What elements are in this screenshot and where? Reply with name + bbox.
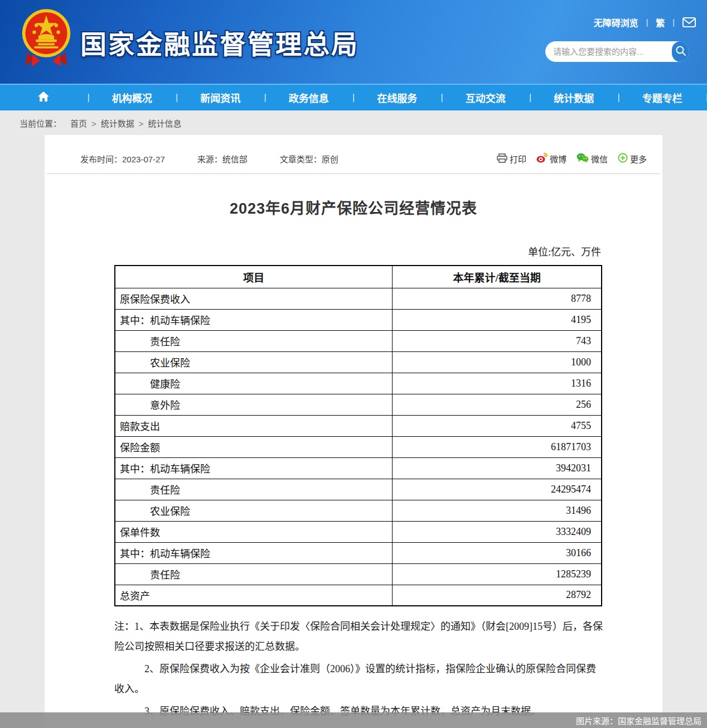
nav-item[interactable]: 新闻资讯 xyxy=(200,93,240,104)
value-cell: 1000 xyxy=(393,351,602,373)
image-source-watermark: 图片来源：国家金融监督管理总局 xyxy=(0,712,707,728)
item-cell: 其中：机动车辆保险 xyxy=(115,542,393,563)
value-cell: 8778 xyxy=(393,288,602,309)
item-cell: 意外险 xyxy=(115,394,393,415)
value-cell: 1285239 xyxy=(393,563,602,585)
breadcrumb-link[interactable]: 统计信息 xyxy=(148,119,182,128)
more-label: 更多 xyxy=(630,153,647,165)
value-cell: 1316 xyxy=(393,373,602,394)
breadcrumb-separator: > xyxy=(139,119,144,128)
item-cell: 原保险保费收入 xyxy=(115,288,393,309)
value-cell: 30166 xyxy=(393,542,602,563)
item-cell: 其中：机动车辆保险 xyxy=(115,457,393,479)
table-header-row: 项目 本年累计/截至当期 xyxy=(115,266,602,288)
breadcrumb-separator: > xyxy=(91,119,96,128)
weibo-share-button[interactable]: 微博 xyxy=(536,153,566,165)
table-row: 健康险1316 xyxy=(115,373,602,394)
note-paragraph: 2、原保险保费收入为按《企业会计准则（2006）》设置的统计指标，指保险企业确认… xyxy=(114,659,605,699)
item-cell: 赔款支出 xyxy=(115,415,393,436)
value-cell: 3332409 xyxy=(393,521,602,542)
weibo-icon xyxy=(536,153,548,165)
wechat-icon xyxy=(577,153,589,165)
table-row: 总资产28792 xyxy=(115,585,602,606)
unit-label: 单位:亿元、万件 xyxy=(114,244,602,258)
publish-time: 发布时间：2023-07-27 xyxy=(80,153,165,165)
table-row: 农业保险1000 xyxy=(115,351,602,373)
breadcrumb-links: 首页>统计数据>统计信息 xyxy=(70,117,182,129)
print-button[interactable]: 打印 xyxy=(497,153,526,165)
table-row: 意外险256 xyxy=(115,394,602,415)
value-cell: 3942031 xyxy=(393,457,602,479)
breadcrumb-link[interactable]: 首页 xyxy=(70,119,87,128)
col-header-item: 项目 xyxy=(115,266,393,288)
nav-item[interactable]: 在线服务 xyxy=(377,93,417,104)
weibo-label: 微博 xyxy=(550,153,566,165)
item-cell: 责任险 xyxy=(115,479,393,500)
more-share-button[interactable]: 更多 xyxy=(618,153,647,165)
table-row: 原保险保费收入8778 xyxy=(115,288,602,309)
table-row: 其中：机动车辆保险3942031 xyxy=(115,457,602,479)
table-row: 保单件数3332409 xyxy=(115,521,602,542)
table-row: 赔款支出4755 xyxy=(115,415,602,436)
item-cell: 责任险 xyxy=(115,563,393,585)
print-label: 打印 xyxy=(510,153,526,165)
search-button[interactable] xyxy=(672,41,689,62)
item-cell: 其中：机动车辆保险 xyxy=(115,309,393,330)
mail-icon[interactable] xyxy=(682,17,696,27)
nav-item[interactable]: 互动交流 xyxy=(466,93,506,104)
value-cell: 4755 xyxy=(393,415,602,436)
national-emblem-logo xyxy=(20,7,72,69)
breadcrumb-prefix: 当前位置： xyxy=(20,117,61,129)
nav-item[interactable]: 机构概况 xyxy=(112,93,152,104)
publish-date: 2023-07-27 xyxy=(122,155,165,164)
publish-label: 发布时间： xyxy=(80,155,122,164)
traditional-chinese-link[interactable]: 繁 xyxy=(656,16,665,29)
value-cell: 24295474 xyxy=(393,479,602,500)
table-body: 原保险保费收入8778其中：机动车辆保险4195责任险743农业保险1000健康… xyxy=(115,288,602,606)
value-cell: 31496 xyxy=(393,500,602,521)
value-cell: 61871703 xyxy=(393,436,602,457)
table-row: 农业保险31496 xyxy=(115,500,602,521)
search-icon xyxy=(675,45,686,58)
site-header: 国家金融监督管理总局 无障碍浏览 | 繁 | xyxy=(0,0,707,84)
search-box xyxy=(545,41,689,62)
table-row: 责任险743 xyxy=(115,330,602,351)
main-nav: | 机构概况 | 新闻资讯 | 政务信息 | 在线服务 | 互动交流 | 统计数… xyxy=(0,84,707,110)
content-card: 发布时间：2023-07-27 来源：统信部 文章类型：原创 打印 xyxy=(45,135,662,728)
top-link-separator: | xyxy=(646,18,648,27)
table-row: 其中：机动车辆保险30166 xyxy=(115,542,602,563)
note-paragraph: 注：1、本表数据是保险业执行《关于印发〈保险合同相关会计处理规定〉的通知》（财会… xyxy=(114,616,605,657)
source-label: 来源： xyxy=(197,155,222,164)
watermark-text: 图片来源：国家金融监督管理总局 xyxy=(576,715,701,726)
article-source: 来源：统信部 xyxy=(197,153,248,165)
search-input[interactable] xyxy=(545,41,672,62)
page: 国家金融监督管理总局 无障碍浏览 | 繁 | xyxy=(0,0,707,728)
nav-item[interactable]: 专题专栏 xyxy=(642,93,682,104)
nav-item[interactable]: 统计数据 xyxy=(554,93,594,104)
notes: 注：1、本表数据是保险业执行《关于印发〈保险合同相关会计处理规定〉的通知》（财会… xyxy=(114,616,605,721)
item-cell: 保险金额 xyxy=(115,436,393,457)
type-label: 文章类型： xyxy=(280,155,322,164)
value-cell: 743 xyxy=(393,330,602,351)
table-row: 保险金额61871703 xyxy=(115,436,602,457)
table-row: 责任险1285239 xyxy=(115,563,602,585)
item-cell: 总资产 xyxy=(115,585,393,606)
item-cell: 农业保险 xyxy=(115,351,393,373)
data-table: 项目 本年累计/截至当期 原保险保费收入8778其中：机动车辆保险4195责任险… xyxy=(114,265,602,606)
top-link-separator: | xyxy=(672,18,675,27)
col-header-value: 本年累计/截至当期 xyxy=(393,266,602,288)
wechat-label: 微信 xyxy=(591,153,608,165)
site-title: 国家金融监督管理总局 xyxy=(80,23,359,61)
wechat-share-button[interactable]: 微信 xyxy=(577,153,608,165)
article-meta: 发布时间：2023-07-27 来源：统信部 文章类型：原创 打印 xyxy=(45,148,662,165)
nav-home[interactable] xyxy=(37,93,50,104)
value-cell: 28792 xyxy=(393,585,602,606)
table-row: 责任险24295474 xyxy=(115,479,602,500)
article-title: 2023年6月财产保险公司经营情况表 xyxy=(45,196,662,218)
breadcrumb-link[interactable]: 统计数据 xyxy=(101,119,134,128)
article-type: 文章类型：原创 xyxy=(280,153,338,165)
nav-item[interactable]: 政务信息 xyxy=(289,93,329,104)
header-utilities: 无障碍浏览 | 繁 | xyxy=(545,16,696,62)
breadcrumb: 当前位置： 首页>统计数据>统计信息 xyxy=(0,110,707,135)
accessibility-link[interactable]: 无障碍浏览 xyxy=(594,16,638,29)
